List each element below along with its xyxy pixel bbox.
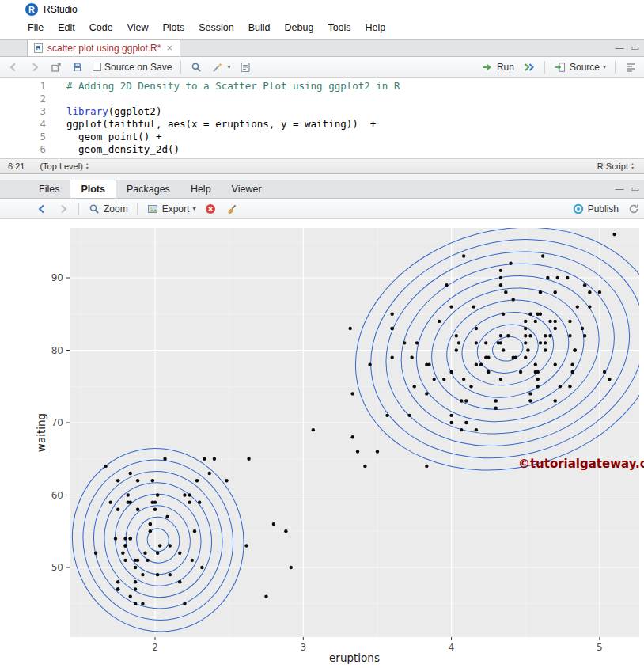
data-point	[455, 334, 458, 337]
scope-label: (Top Level)	[40, 161, 82, 171]
close-icon[interactable]: ×	[165, 42, 173, 54]
data-point	[188, 500, 191, 503]
clear-plots-icon[interactable]	[223, 201, 241, 217]
data-point	[536, 385, 540, 388]
source-tab[interactable]: R scatter plot using ggplot.R* ×	[27, 39, 180, 56]
data-point	[438, 320, 441, 323]
save-icon[interactable]	[69, 59, 86, 75]
tab-help[interactable]: Help	[180, 180, 222, 198]
data-point	[123, 559, 127, 562]
data-point	[541, 254, 544, 257]
data-point	[123, 537, 127, 540]
data-point	[603, 370, 606, 374]
source-button[interactable]: Source ▾	[551, 59, 608, 75]
compile-notebook-icon[interactable]	[237, 59, 254, 75]
code-text: geom_density_2d()	[55, 143, 180, 156]
data-point	[129, 472, 132, 475]
minimize-pane-icon[interactable]: —	[616, 183, 624, 194]
data-point	[200, 566, 203, 569]
back-icon[interactable]	[5, 59, 22, 75]
data-point	[519, 370, 522, 374]
menu-edit[interactable]: Edit	[51, 21, 82, 35]
y-tick-label: 60	[51, 490, 63, 501]
find-icon[interactable]	[188, 59, 205, 75]
minimize-pane-icon[interactable]: —	[616, 42, 624, 53]
data-point	[193, 529, 196, 533]
data-point	[499, 341, 502, 344]
editor-line[interactable]: 2	[0, 93, 644, 105]
menu-view[interactable]: View	[120, 21, 156, 35]
editor-line[interactable]: 1# Adding 2D Density to a Scatter Plot u…	[0, 80, 644, 93]
menu-help[interactable]: Help	[358, 21, 393, 35]
menu-file[interactable]: File	[21, 21, 51, 35]
data-point	[129, 594, 132, 598]
code-text: geom_point() +	[55, 131, 161, 143]
refresh-icon[interactable]	[625, 201, 642, 217]
run-button[interactable]: Run	[479, 59, 517, 75]
tab-plots[interactable]: Plots	[70, 180, 116, 198]
source-on-save-toggle[interactable]: Source on Save	[90, 60, 174, 74]
open-in-window-icon[interactable]	[47, 59, 65, 75]
tab-packages[interactable]: Packages	[116, 180, 180, 198]
publish-button[interactable]: Publish	[570, 201, 621, 217]
data-point	[528, 392, 532, 395]
data-point	[134, 587, 137, 590]
data-point	[136, 559, 139, 562]
editor-line[interactable]: 5 geom_point() +	[0, 131, 644, 143]
source-on-save-checkbox[interactable]	[93, 63, 101, 71]
data-point	[425, 465, 428, 468]
zoom-button[interactable]: Zoom	[85, 201, 131, 217]
scope-selector[interactable]: (Top Level) ▴▾	[37, 160, 90, 173]
forward-icon[interactable]	[55, 201, 72, 217]
tab-files[interactable]: Files	[28, 180, 70, 198]
watermark-text: ©tutorialgateway.org	[518, 457, 644, 471]
magic-wand-icon[interactable]: ▾	[209, 59, 233, 75]
export-button[interactable]: Export ▾	[144, 201, 199, 217]
run-label: Run	[497, 62, 514, 73]
document-type-selector[interactable]: R Script ▴▾	[595, 160, 636, 173]
maximize-pane-icon[interactable]: ▭	[631, 183, 639, 194]
data-point	[460, 399, 463, 402]
remove-plot-icon[interactable]	[202, 201, 219, 217]
source-label: Source	[570, 62, 600, 73]
tab-viewer[interactable]: Viewer	[222, 180, 272, 198]
plot-canvas: ©tutorialgateway.org23455060708090erupti…	[0, 219, 644, 668]
data-point	[554, 290, 557, 294]
menu-tools[interactable]: Tools	[320, 21, 358, 35]
code-text: ggplot(faithful, aes(x = eruptions, y = …	[55, 118, 376, 131]
rerun-icon[interactable]	[521, 59, 538, 75]
menu-build[interactable]: Build	[241, 21, 278, 35]
document-outline-icon[interactable]	[622, 59, 639, 75]
maximize-pane-icon[interactable]: ▭	[631, 42, 639, 53]
data-point	[472, 305, 475, 308]
data-point	[576, 305, 579, 308]
data-point	[121, 552, 124, 555]
back-icon[interactable]	[33, 201, 51, 217]
source-on-save-label: Source on Save	[104, 62, 172, 73]
menu-code[interactable]: Code	[82, 21, 120, 35]
data-point	[506, 334, 510, 337]
data-point	[146, 559, 149, 562]
data-point	[455, 348, 458, 351]
menu-session[interactable]: Session	[191, 21, 241, 35]
data-point	[548, 320, 551, 323]
data-point	[442, 378, 445, 381]
editor-line[interactable]: 6 geom_density_2d()	[0, 143, 644, 156]
data-point	[568, 320, 571, 323]
editor-line[interactable]: 4ggplot(faithful, aes(x = eruptions, y =…	[0, 118, 644, 131]
data-point	[536, 378, 540, 381]
menu-debug[interactable]: Debug	[278, 21, 321, 35]
forward-icon[interactable]	[26, 59, 44, 75]
data-point	[356, 450, 359, 453]
editor[interactable]: 1# Adding 2D Density to a Scatter Plot u…	[0, 78, 644, 158]
menu-plots[interactable]: Plots	[155, 21, 191, 35]
data-point	[484, 355, 487, 359]
data-point	[499, 276, 502, 279]
data-point	[548, 334, 551, 337]
data-point	[136, 479, 139, 482]
editor-line[interactable]: 3library(ggplot2)	[0, 105, 644, 118]
zoom-label: Zoom	[104, 203, 128, 214]
data-point	[153, 508, 157, 511]
data-point	[183, 493, 186, 496]
data-point	[524, 341, 527, 344]
